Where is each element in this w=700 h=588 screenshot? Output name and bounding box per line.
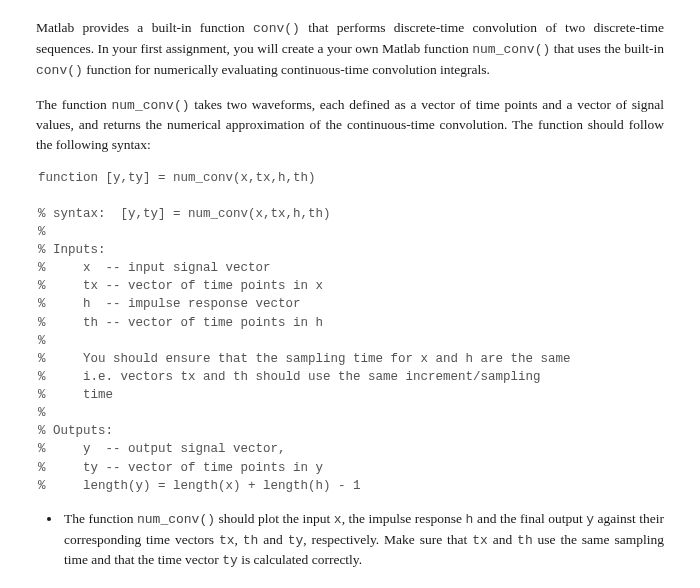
code-inline: num_conv() [137, 512, 215, 527]
code-inline: num_conv() [472, 42, 550, 57]
code-inline: conv() [36, 63, 83, 78]
text-span: The function [64, 511, 137, 526]
text-span: and the final output [473, 511, 586, 526]
text-span: , [234, 532, 242, 547]
code-inline: tx [472, 533, 488, 548]
code-inline: num_conv() [111, 98, 189, 113]
paragraph-syntax-desc: The function num_conv() takes two wavefo… [36, 95, 664, 155]
text-span: , the impulse response [342, 511, 466, 526]
code-inline: ty [288, 533, 304, 548]
code-inline: y [586, 512, 594, 527]
paragraph-intro: Matlab provides a built-in function conv… [36, 18, 664, 81]
code-inline: th [517, 533, 533, 548]
code-inline: x [334, 512, 342, 527]
bullet-list: The function num_conv() should plot the … [36, 509, 664, 572]
code-inline: tx [219, 533, 235, 548]
text-span: and [258, 532, 287, 547]
text-span: Matlab provides a built-in function [36, 20, 253, 35]
code-inline: conv() [253, 21, 300, 36]
list-item: The function num_conv() should plot the … [62, 509, 664, 572]
text-span: that uses the built-in [550, 41, 664, 56]
text-span: and [488, 532, 517, 547]
text-span: is calculated correctly. [238, 552, 362, 567]
text-span: , respectively. Make sure that [303, 532, 472, 547]
code-block-function: function [y,ty] = num_conv(x,tx,h,th) % … [38, 169, 664, 495]
text-span: should plot the input [215, 511, 334, 526]
code-inline: ty [222, 553, 238, 568]
text-span: The function [36, 97, 111, 112]
code-inline: th [243, 533, 259, 548]
text-span: function for numerically evaluating cont… [83, 62, 490, 77]
